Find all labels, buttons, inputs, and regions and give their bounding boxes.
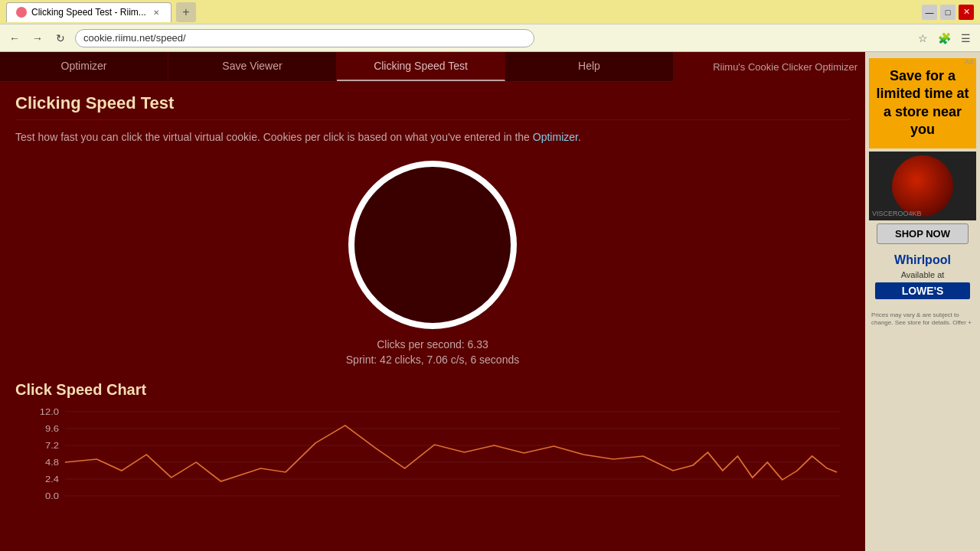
- menu-icon[interactable]: ☰: [957, 30, 974, 47]
- ad-headline: Save for a limited time at a store near …: [869, 58, 976, 148]
- chart-svg: 12.0 9.6 7.2 4.8 2.4 0.0: [15, 408, 850, 507]
- optimizer-link[interactable]: Optimizer: [533, 131, 578, 143]
- site-title: Riimu's Cookie Clicker Optimizer: [713, 61, 858, 73]
- cookie-container: Clicks per second: 6.33 Sprint: 42 click…: [15, 161, 850, 366]
- svg-text:12.0: 12.0: [40, 408, 59, 416]
- minimize-button[interactable]: —: [922, 5, 937, 20]
- nav-save-viewer[interactable]: Save Viewer: [168, 52, 337, 81]
- nav-help[interactable]: Help: [505, 52, 674, 81]
- website-panel: Optimizer Save Viewer Clicking Speed Tes…: [0, 52, 865, 551]
- url-input[interactable]: [75, 29, 534, 47]
- chart-title: Click Speed Chart: [15, 381, 850, 399]
- desc-end: .: [578, 131, 581, 143]
- sprint-info: Sprint: 42 clicks, 7.06 c/s, 6 seconds: [346, 354, 519, 366]
- ad-image-label: VISCEROO4KB: [872, 210, 922, 217]
- chart-line: [65, 425, 837, 481]
- close-window-button[interactable]: ✕: [959, 5, 974, 20]
- cookie-circle[interactable]: [348, 161, 517, 329]
- maximize-button[interactable]: □: [940, 5, 956, 20]
- extension-icon[interactable]: 🧩: [936, 30, 952, 47]
- browser-titlebar: Clicking Speed Test - Riim... ✕ + — □ ✕: [0, 0, 980, 24]
- clicks-per-second: Clicks per second: 6.33: [377, 338, 488, 350]
- svg-text:4.8: 4.8: [45, 458, 59, 466]
- nav-optimizer[interactable]: Optimizer: [0, 52, 168, 81]
- ad-disclaimer: Prices may vary & are subject to change.…: [868, 308, 977, 331]
- svg-text:0.0: 0.0: [45, 492, 59, 500]
- chart-container: 12.0 9.6 7.2 4.8 2.4 0.0: [15, 408, 850, 507]
- star-icon[interactable]: ☆: [914, 30, 931, 47]
- svg-text:9.6: 9.6: [45, 425, 59, 432]
- tab-title: Clicking Speed Test - Riim...: [31, 7, 146, 18]
- tab-close-button[interactable]: ✕: [151, 7, 162, 18]
- ad-shop-button[interactable]: SHOP NOW: [877, 223, 969, 244]
- ad-product-image: [892, 155, 953, 217]
- forward-button[interactable]: →: [29, 30, 46, 47]
- browser-tab[interactable]: Clicking Speed Test - Riim... ✕: [6, 2, 172, 22]
- reload-button[interactable]: ↻: [52, 30, 69, 47]
- ad-panel: Ad Save for a limited time at a store ne…: [865, 52, 980, 551]
- toolbar-icons: ☆ 🧩 ☰: [914, 30, 974, 47]
- ad-image: VISCEROO4KB: [869, 152, 976, 220]
- nav-clicking-speed-test[interactable]: Clicking Speed Test: [337, 52, 505, 81]
- lowes-logo: LOWE'S: [875, 282, 970, 299]
- svg-text:7.2: 7.2: [45, 442, 59, 449]
- site-content: Clicking Speed Test Test how fast you ca…: [0, 82, 865, 551]
- back-button[interactable]: ←: [6, 30, 23, 47]
- main-layout: Optimizer Save Viewer Clicking Speed Tes…: [0, 52, 980, 551]
- site-header-right: Riimu's Cookie Clicker Optimizer: [674, 61, 865, 73]
- new-tab-button[interactable]: +: [176, 2, 196, 22]
- desc-start: Test how fast you can click the virtual …: [15, 131, 533, 143]
- available-at-text: Available at: [875, 270, 970, 279]
- ad-whirlpool-section: Whirlpool Available at LOWE'S: [869, 247, 976, 305]
- ad-label: Ad: [965, 58, 973, 66]
- tab-favicon: [16, 7, 27, 18]
- description-text: Test how fast you can click the virtual …: [15, 129, 850, 145]
- window-controls: — □ ✕: [922, 5, 974, 20]
- site-nav-row: Optimizer Save Viewer Clicking Speed Tes…: [0, 52, 865, 82]
- page-title: Clicking Speed Test: [15, 93, 850, 120]
- site-nav: Optimizer Save Viewer Clicking Speed Tes…: [0, 52, 674, 82]
- svg-text:2.4: 2.4: [45, 475, 60, 483]
- whirlpool-logo: Whirlpool: [875, 253, 970, 267]
- address-bar: ← → ↻ ☆ 🧩 ☰: [0, 24, 980, 52]
